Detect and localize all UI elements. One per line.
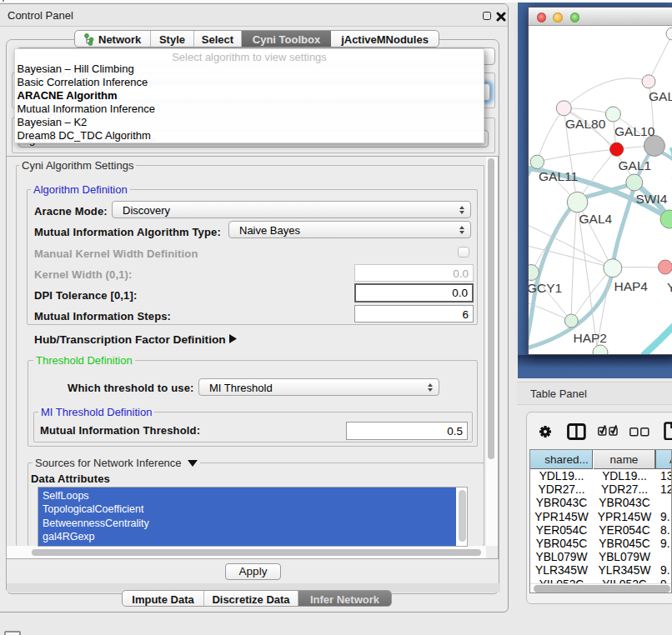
svg-text:HAP4: HAP4 — [614, 279, 649, 293]
svg-text:GAL10: GAL10 — [614, 124, 655, 138]
svg-text:GAL11: GAL11 — [539, 169, 578, 183]
svg-text:GAL7: GAL7 — [649, 89, 672, 103]
svg-text:GAL1: GAL1 — [619, 158, 652, 172]
svg-text:GAL4: GAL4 — [579, 212, 613, 226]
svg-text:GCY1: GCY1 — [529, 281, 562, 295]
svg-text:HAP2: HAP2 — [574, 331, 608, 345]
svg-text:Y: Y — [667, 280, 672, 294]
svg-text:SWI4: SWI4 — [636, 192, 668, 206]
svg-text:GAL80: GAL80 — [565, 117, 606, 131]
